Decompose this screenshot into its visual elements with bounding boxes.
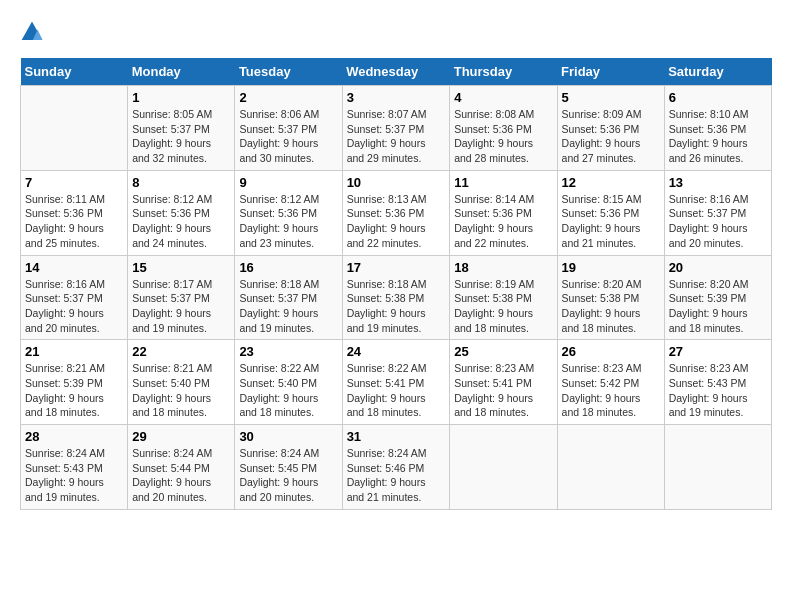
- day-info: Sunrise: 8:21 AMSunset: 5:40 PMDaylight:…: [132, 361, 230, 420]
- day-number: 20: [669, 260, 767, 275]
- logo: [20, 20, 46, 48]
- day-number: 26: [562, 344, 660, 359]
- day-number: 7: [25, 175, 123, 190]
- day-number: 11: [454, 175, 552, 190]
- day-header-saturday: Saturday: [664, 58, 771, 86]
- day-info: Sunrise: 8:19 AMSunset: 5:38 PMDaylight:…: [454, 277, 552, 336]
- calendar-cell: 2Sunrise: 8:06 AMSunset: 5:37 PMDaylight…: [235, 86, 342, 171]
- calendar-cell: 10Sunrise: 8:13 AMSunset: 5:36 PMDayligh…: [342, 170, 450, 255]
- calendar-cell: 5Sunrise: 8:09 AMSunset: 5:36 PMDaylight…: [557, 86, 664, 171]
- day-info: Sunrise: 8:24 AMSunset: 5:44 PMDaylight:…: [132, 446, 230, 505]
- day-number: 3: [347, 90, 446, 105]
- day-header-sunday: Sunday: [21, 58, 128, 86]
- day-info: Sunrise: 8:16 AMSunset: 5:37 PMDaylight:…: [669, 192, 767, 251]
- day-info: Sunrise: 8:17 AMSunset: 5:37 PMDaylight:…: [132, 277, 230, 336]
- day-number: 21: [25, 344, 123, 359]
- day-info: Sunrise: 8:09 AMSunset: 5:36 PMDaylight:…: [562, 107, 660, 166]
- day-info: Sunrise: 8:06 AMSunset: 5:37 PMDaylight:…: [239, 107, 337, 166]
- day-header-friday: Friday: [557, 58, 664, 86]
- day-info: Sunrise: 8:11 AMSunset: 5:36 PMDaylight:…: [25, 192, 123, 251]
- calendar-cell: [450, 425, 557, 510]
- day-number: 12: [562, 175, 660, 190]
- calendar-cell: 1Sunrise: 8:05 AMSunset: 5:37 PMDaylight…: [128, 86, 235, 171]
- day-number: 1: [132, 90, 230, 105]
- day-info: Sunrise: 8:23 AMSunset: 5:42 PMDaylight:…: [562, 361, 660, 420]
- calendar-cell: 24Sunrise: 8:22 AMSunset: 5:41 PMDayligh…: [342, 340, 450, 425]
- calendar-table: SundayMondayTuesdayWednesdayThursdayFrid…: [20, 58, 772, 510]
- day-info: Sunrise: 8:14 AMSunset: 5:36 PMDaylight:…: [454, 192, 552, 251]
- calendar-cell: 30Sunrise: 8:24 AMSunset: 5:45 PMDayligh…: [235, 425, 342, 510]
- calendar-cell: 6Sunrise: 8:10 AMSunset: 5:36 PMDaylight…: [664, 86, 771, 171]
- day-info: Sunrise: 8:07 AMSunset: 5:37 PMDaylight:…: [347, 107, 446, 166]
- day-number: 9: [239, 175, 337, 190]
- day-number: 17: [347, 260, 446, 275]
- day-number: 27: [669, 344, 767, 359]
- day-info: Sunrise: 8:08 AMSunset: 5:36 PMDaylight:…: [454, 107, 552, 166]
- day-number: 13: [669, 175, 767, 190]
- day-number: 19: [562, 260, 660, 275]
- calendar-cell: [557, 425, 664, 510]
- day-number: 8: [132, 175, 230, 190]
- calendar-cell: 19Sunrise: 8:20 AMSunset: 5:38 PMDayligh…: [557, 255, 664, 340]
- day-number: 5: [562, 90, 660, 105]
- calendar-cell: 27Sunrise: 8:23 AMSunset: 5:43 PMDayligh…: [664, 340, 771, 425]
- calendar-cell: 21Sunrise: 8:21 AMSunset: 5:39 PMDayligh…: [21, 340, 128, 425]
- header: [20, 20, 772, 48]
- calendar-cell: 14Sunrise: 8:16 AMSunset: 5:37 PMDayligh…: [21, 255, 128, 340]
- day-info: Sunrise: 8:15 AMSunset: 5:36 PMDaylight:…: [562, 192, 660, 251]
- day-number: 22: [132, 344, 230, 359]
- calendar-header: SundayMondayTuesdayWednesdayThursdayFrid…: [21, 58, 772, 86]
- logo-icon: [20, 20, 44, 44]
- week-row-5: 28Sunrise: 8:24 AMSunset: 5:43 PMDayligh…: [21, 425, 772, 510]
- day-info: Sunrise: 8:12 AMSunset: 5:36 PMDaylight:…: [239, 192, 337, 251]
- calendar-cell: 13Sunrise: 8:16 AMSunset: 5:37 PMDayligh…: [664, 170, 771, 255]
- day-header-tuesday: Tuesday: [235, 58, 342, 86]
- day-info: Sunrise: 8:20 AMSunset: 5:38 PMDaylight:…: [562, 277, 660, 336]
- calendar-cell: 29Sunrise: 8:24 AMSunset: 5:44 PMDayligh…: [128, 425, 235, 510]
- day-info: Sunrise: 8:23 AMSunset: 5:41 PMDaylight:…: [454, 361, 552, 420]
- calendar-cell: 26Sunrise: 8:23 AMSunset: 5:42 PMDayligh…: [557, 340, 664, 425]
- calendar-cell: 4Sunrise: 8:08 AMSunset: 5:36 PMDaylight…: [450, 86, 557, 171]
- calendar-cell: 16Sunrise: 8:18 AMSunset: 5:37 PMDayligh…: [235, 255, 342, 340]
- calendar-cell: [21, 86, 128, 171]
- day-header-wednesday: Wednesday: [342, 58, 450, 86]
- week-row-1: 1Sunrise: 8:05 AMSunset: 5:37 PMDaylight…: [21, 86, 772, 171]
- day-info: Sunrise: 8:24 AMSunset: 5:45 PMDaylight:…: [239, 446, 337, 505]
- calendar-cell: 11Sunrise: 8:14 AMSunset: 5:36 PMDayligh…: [450, 170, 557, 255]
- calendar-cell: 12Sunrise: 8:15 AMSunset: 5:36 PMDayligh…: [557, 170, 664, 255]
- day-number: 29: [132, 429, 230, 444]
- calendar-cell: 17Sunrise: 8:18 AMSunset: 5:38 PMDayligh…: [342, 255, 450, 340]
- calendar-cell: 8Sunrise: 8:12 AMSunset: 5:36 PMDaylight…: [128, 170, 235, 255]
- day-info: Sunrise: 8:12 AMSunset: 5:36 PMDaylight:…: [132, 192, 230, 251]
- day-number: 10: [347, 175, 446, 190]
- day-header-thursday: Thursday: [450, 58, 557, 86]
- day-number: 14: [25, 260, 123, 275]
- calendar-cell: 22Sunrise: 8:21 AMSunset: 5:40 PMDayligh…: [128, 340, 235, 425]
- day-number: 4: [454, 90, 552, 105]
- day-info: Sunrise: 8:10 AMSunset: 5:36 PMDaylight:…: [669, 107, 767, 166]
- week-row-4: 21Sunrise: 8:21 AMSunset: 5:39 PMDayligh…: [21, 340, 772, 425]
- calendar-body: 1Sunrise: 8:05 AMSunset: 5:37 PMDaylight…: [21, 86, 772, 510]
- day-number: 16: [239, 260, 337, 275]
- day-info: Sunrise: 8:16 AMSunset: 5:37 PMDaylight:…: [25, 277, 123, 336]
- day-info: Sunrise: 8:24 AMSunset: 5:46 PMDaylight:…: [347, 446, 446, 505]
- calendar-cell: [664, 425, 771, 510]
- calendar-cell: 3Sunrise: 8:07 AMSunset: 5:37 PMDaylight…: [342, 86, 450, 171]
- calendar-cell: 9Sunrise: 8:12 AMSunset: 5:36 PMDaylight…: [235, 170, 342, 255]
- day-number: 2: [239, 90, 337, 105]
- calendar-cell: 25Sunrise: 8:23 AMSunset: 5:41 PMDayligh…: [450, 340, 557, 425]
- day-info: Sunrise: 8:24 AMSunset: 5:43 PMDaylight:…: [25, 446, 123, 505]
- week-row-3: 14Sunrise: 8:16 AMSunset: 5:37 PMDayligh…: [21, 255, 772, 340]
- day-info: Sunrise: 8:05 AMSunset: 5:37 PMDaylight:…: [132, 107, 230, 166]
- days-of-week-row: SundayMondayTuesdayWednesdayThursdayFrid…: [21, 58, 772, 86]
- day-number: 31: [347, 429, 446, 444]
- calendar-cell: 28Sunrise: 8:24 AMSunset: 5:43 PMDayligh…: [21, 425, 128, 510]
- day-number: 15: [132, 260, 230, 275]
- day-number: 30: [239, 429, 337, 444]
- day-number: 28: [25, 429, 123, 444]
- day-header-monday: Monday: [128, 58, 235, 86]
- day-info: Sunrise: 8:22 AMSunset: 5:40 PMDaylight:…: [239, 361, 337, 420]
- day-number: 25: [454, 344, 552, 359]
- day-info: Sunrise: 8:20 AMSunset: 5:39 PMDaylight:…: [669, 277, 767, 336]
- day-number: 24: [347, 344, 446, 359]
